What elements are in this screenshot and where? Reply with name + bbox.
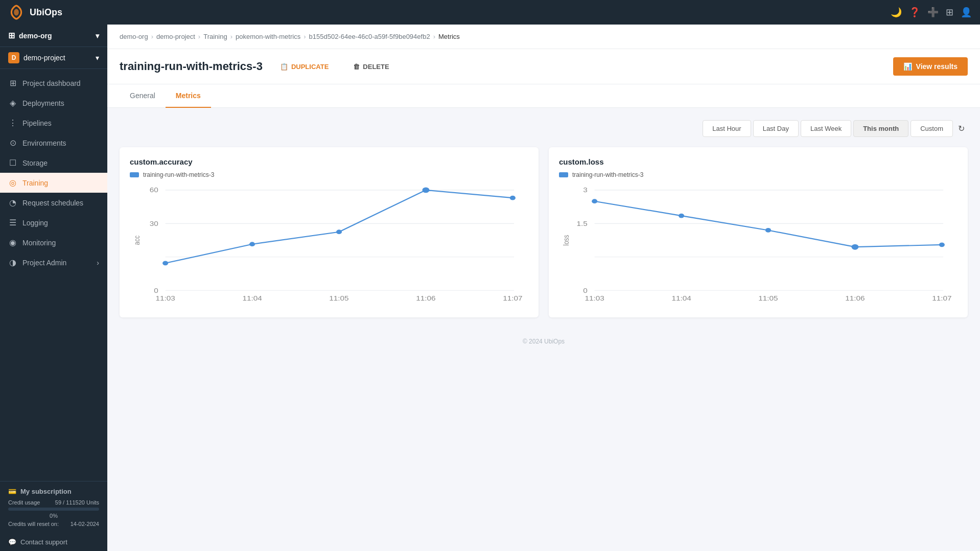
progress-bar-bg [8,508,99,511]
accuracy-chart-container: 60 30 0 acc [130,185,528,307]
tab-metrics[interactable]: Metrics [166,84,211,108]
svg-text:loss: loss [562,235,571,245]
svg-text:11:04: 11:04 [671,295,691,302]
sidebar-label-request-schedules: Request schedules [22,199,83,207]
tabs: General Metrics [107,84,980,108]
svg-point-30 [939,242,945,247]
apps-icon[interactable]: ⊞ [946,7,953,18]
breadcrumb-pokemon[interactable]: pokemon-with-metrics [236,33,300,40]
dark-mode-icon[interactable]: 🌙 [891,7,902,18]
chart-loss-legend: training-run-with-metrics-3 [559,171,958,178]
loss-chart-container: 3 1.5 0 loss [559,185,958,307]
content-area: Last Hour Last Day Last Week This month … [107,108,980,330]
sidebar-item-request-schedules[interactable]: ◔ Request schedules [0,193,107,213]
sidebar-label-deployments: Deployments [22,99,64,107]
chart-accuracy-legend: training-run-with-metrics-3 [130,171,528,178]
sidebar-label-monitoring: Monitoring [22,239,56,247]
project-name: demo-project [24,54,65,62]
contact-support[interactable]: 💬 Contact support [0,533,107,551]
training-icon: ◎ [8,178,17,188]
svg-text:11:05: 11:05 [329,295,349,302]
filter-custom[interactable]: Custom [911,120,953,137]
topnav: UbiOps 🌙 ❓ ➕ ⊞ 👤 [0,0,980,25]
org-chevron-icon: ▾ [96,32,99,40]
sidebar: ⊞ demo-org ▾ D demo-project ▾ ⊞ Project … [0,25,107,551]
svg-text:11:04: 11:04 [242,295,262,302]
sidebar-item-monitoring[interactable]: ◉ Monitoring [0,233,107,252]
chart-accuracy-title: custom.accuracy [130,157,528,166]
svg-text:3: 3 [583,187,588,194]
svg-text:11:06: 11:06 [845,295,865,302]
page-header: training-run-with-metrics-3 📋 DUPLICATE … [107,49,980,84]
svg-text:0: 0 [154,287,158,294]
sidebar-item-project-admin[interactable]: ◑ Project Admin › [0,252,107,272]
contact-support-icon: 💬 [8,538,16,546]
loss-legend-color [559,172,568,177]
sidebar-label-project-dashboard: Project dashboard [22,79,81,87]
chart-loss: custom.loss training-run-with-metrics-3 [549,147,968,317]
footer: © 2024 UbiOps [107,330,980,353]
sidebar-item-training[interactable]: ◎ Training [0,173,107,193]
svg-point-29 [851,244,858,250]
sidebar-label-storage: Storage [22,159,48,167]
environments-icon: ⊙ [8,138,17,148]
sidebar-project[interactable]: D demo-project ▾ [0,47,107,69]
breadcrumb-training[interactable]: Training [203,33,227,40]
svg-text:1.5: 1.5 [576,220,588,227]
chart-loss-title: custom.loss [559,157,958,166]
breadcrumb-sep-5: › [433,33,435,40]
credit-row: Credit usage 59 / 111520 Units [8,499,99,506]
credit-reset-row: Credits will reset on: 14-02-2024 [8,521,99,527]
topnav-left: UbiOps [8,4,62,20]
pipelines-icon: ⋮ [8,118,17,128]
app-title: UbiOps [30,7,62,18]
sidebar-item-logging[interactable]: ☰ Logging [0,213,107,233]
tab-general[interactable]: General [120,84,166,108]
svg-point-28 [765,228,771,233]
svg-text:11:07: 11:07 [503,295,522,302]
view-results-button[interactable]: 📊 View results [893,57,968,76]
svg-point-11 [422,187,429,193]
sidebar-nav: ⊞ Project dashboard ◈ Deployments ⋮ Pipe… [0,69,107,481]
breadcrumb-demo-project[interactable]: demo-project [156,33,195,40]
filter-last-hour[interactable]: Last Hour [703,120,751,137]
refresh-button[interactable]: ↻ [955,121,968,136]
deployments-icon: ◈ [8,98,17,108]
svg-point-27 [679,214,684,218]
breadcrumb-sep-3: › [230,33,232,40]
user-icon[interactable]: 👤 [961,7,972,18]
subscription-label: 💳 My subscription [8,488,99,495]
breadcrumb-hash[interactable]: b155d502-64ee-46c0-a59f-5f9be094efb2 [309,33,430,40]
sidebar-item-storage[interactable]: ☐ Storage [0,153,107,173]
delete-icon: 🗑 [353,63,360,71]
breadcrumb-demo-org[interactable]: demo-org [120,33,148,40]
svg-text:60: 60 [150,187,158,194]
help-icon[interactable]: ❓ [909,7,920,18]
project-admin-icon: ◑ [8,258,17,267]
logging-icon: ☰ [8,218,17,227]
filter-last-week[interactable]: Last Week [801,120,851,137]
sidebar-item-deployments[interactable]: ◈ Deployments [0,93,107,113]
delete-button[interactable]: 🗑 DELETE [346,60,396,74]
sidebar-label-environments: Environments [22,139,66,147]
svg-text:11:06: 11:06 [416,295,436,302]
request-schedules-icon: ◔ [8,198,17,208]
monitoring-icon: ◉ [8,238,17,247]
chart-accuracy: custom.accuracy training-run-with-metric… [120,147,539,317]
svg-text:30: 30 [150,220,158,227]
sidebar-item-pipelines[interactable]: ⋮ Pipelines [0,113,107,133]
svg-text:11:03: 11:03 [155,295,175,302]
sidebar-label-logging: Logging [22,219,48,227]
sidebar-item-environments[interactable]: ⊙ Environments [0,133,107,153]
svg-text:0: 0 [583,287,588,294]
filter-this-month[interactable]: This month [853,120,908,137]
sidebar-item-project-dashboard[interactable]: ⊞ Project dashboard [0,73,107,93]
footer-link[interactable]: © 2024 UbiOps [523,338,565,345]
filter-last-day[interactable]: Last Day [753,120,799,137]
duplicate-button[interactable]: 📋 DUPLICATE [273,60,336,74]
loss-legend-label: training-run-with-metrics-3 [572,171,643,178]
sidebar-org[interactable]: ⊞ demo-org ▾ [0,25,107,47]
time-filter: Last Hour Last Day Last Week This month … [120,120,968,137]
svg-point-10 [336,229,342,234]
plus-icon[interactable]: ➕ [927,7,939,18]
